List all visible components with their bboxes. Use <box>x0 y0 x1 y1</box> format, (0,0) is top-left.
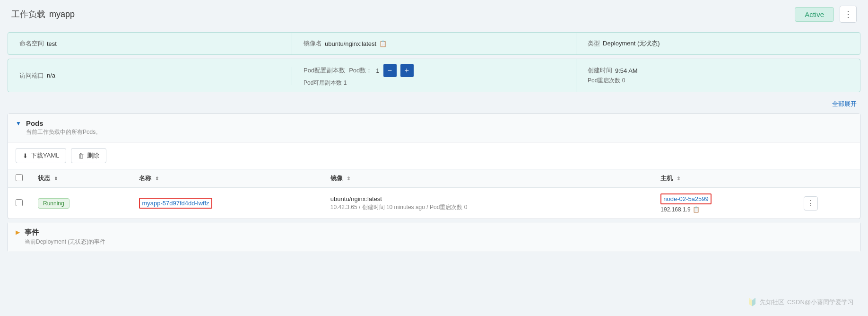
sort-icon: ⇕ <box>155 176 159 181</box>
image-value: ubuntu/nginx:latest <box>325 40 376 47</box>
created-cell: 创建时间 9:54 AM Pod重启次数 0 <box>576 61 860 89</box>
more-button[interactable]: ⋮ <box>840 6 857 23</box>
pods-section-title: Pods <box>26 119 101 127</box>
row-checkbox-cell <box>8 188 30 219</box>
host-cell: node-02-5a2599 192.168.1.9 📋 <box>653 188 796 219</box>
node-ip-value: 192.168.1.9 <box>660 206 690 213</box>
events-section-subtitle: 当前Deployment (无状态)的事件 <box>25 238 105 246</box>
page-header: 工作负载 myapp Active ⋮ <box>0 0 868 28</box>
expand-all-row: 全部展开 <box>0 96 868 110</box>
download-icon: ⬇ <box>23 152 28 159</box>
type-label: 类型 <box>588 39 600 48</box>
watermark-logo: 🔰 <box>747 298 757 307</box>
watermark-site: 先知社区 <box>760 298 784 307</box>
running-badge: Running <box>38 198 69 209</box>
copy-icon[interactable]: 📋 <box>379 40 387 47</box>
restart-value: 0 <box>622 77 625 84</box>
pods-section-header: ▼ Pods 当前工作负载中的所有Pods。 <box>8 114 860 142</box>
events-section-header: ▶ 事件 当前Deployment (无状态)的事件 <box>8 222 860 252</box>
events-expand-icon[interactable]: ▶ <box>16 229 20 236</box>
app-name: myapp <box>49 9 75 19</box>
download-yaml-button[interactable]: ⬇ 下载YAML <box>16 148 66 163</box>
pod-image-sub: 10.42.3.65 / 创建时间 10 minutes ago / Pod重启… <box>330 203 646 211</box>
pods-section: ▼ Pods 当前工作负载中的所有Pods。 ⬇ 下载YAML 🗑 删除 <box>8 113 860 219</box>
status-col-header[interactable]: 状态 ⇕ <box>30 169 131 188</box>
port-cell: 访问端口 n/a <box>8 67 292 85</box>
download-yaml-label: 下载YAML <box>31 151 59 160</box>
watermark: 🔰 先知社区 CSDN@小葵同学爱学习 <box>747 298 854 307</box>
pod-count-value: 1 <box>376 67 379 74</box>
row-checkbox[interactable] <box>16 199 23 206</box>
copy-ip-icon[interactable]: 📋 <box>693 206 700 213</box>
pod-count-label: Pod数： <box>349 66 372 75</box>
namespace-cell: 命名空间 test <box>8 33 292 54</box>
pod-config-label: Pod配置副本数 <box>304 66 345 75</box>
collapse-icon[interactable]: ▼ <box>16 120 21 127</box>
decrease-pod-button[interactable]: − <box>383 64 397 77</box>
image-cell: 镜像名 ubuntu/nginx:latest 📋 <box>292 33 576 54</box>
row-more-button[interactable]: ⋮ <box>804 196 818 211</box>
increase-pod-button[interactable]: + <box>400 64 414 77</box>
sort-icon: ⇕ <box>347 176 350 181</box>
pod-count-cell: Pod配置副本数 Pod数： 1 − + Pod可用副本数 1 <box>292 59 576 92</box>
created-label: 创建时间 <box>588 66 612 75</box>
select-all-checkbox[interactable] <box>16 174 23 181</box>
trash-icon: 🗑 <box>78 152 84 159</box>
expand-all-link[interactable]: 全部展开 <box>832 100 857 108</box>
pods-table: 状态 ⇕ 名称 ⇕ 镜像 ⇕ <box>8 169 860 219</box>
header-right: Active ⋮ <box>795 6 857 23</box>
pods-section-subtitle: 当前工作负载中的所有Pods。 <box>26 128 101 136</box>
pod-available-value: 1 <box>344 79 347 86</box>
name-col-header[interactable]: 名称 ⇕ <box>131 169 322 188</box>
image-label: 镜像名 <box>304 39 322 48</box>
created-value: 9:54 AM <box>615 67 638 74</box>
row-actions-cell: ⋮ <box>796 188 860 219</box>
image-cell: ubuntu/nginx:latest 10.42.3.65 / 创建时间 10… <box>323 188 653 219</box>
header-left: 工作负载 myapp <box>11 9 75 20</box>
info-strip-2: 访问端口 n/a Pod配置副本数 Pod数： 1 − + Pod可用副本数 1… <box>8 59 860 92</box>
events-section-title: 事件 <box>25 228 105 237</box>
watermark-source: CSDN@小葵同学爱学习 <box>787 298 854 307</box>
type-cell: 类型 Deployment (无状态) <box>576 33 860 54</box>
pod-name-link[interactable]: myapp-57d97fd4dd-lwffz <box>139 198 212 209</box>
delete-label: 删除 <box>87 151 99 160</box>
sort-icon: ⇕ <box>677 176 680 181</box>
table-row: Running myapp-57d97fd4dd-lwffz ubuntu/ng… <box>8 188 860 219</box>
namespace-label: 命名空间 <box>19 39 44 48</box>
pod-available-label: Pod可用副本数 <box>304 79 342 86</box>
events-section: ▶ 事件 当前Deployment (无状态)的事件 <box>8 222 860 252</box>
node-link[interactable]: node-02-5a2599 <box>660 193 711 204</box>
info-strip-1: 命名空间 test 镜像名 ubuntu/nginx:latest 📋 类型 D… <box>8 32 860 55</box>
image-col-header[interactable]: 镜像 ⇕ <box>323 169 653 188</box>
workload-label: 工作负载 <box>11 9 45 20</box>
port-value: n/a <box>47 72 55 79</box>
status-badge: Active <box>795 7 834 22</box>
name-cell: myapp-57d97fd4dd-lwffz <box>131 188 322 219</box>
delete-button[interactable]: 🗑 删除 <box>71 148 106 163</box>
type-value: Deployment (无状态) <box>603 39 660 48</box>
actions-col-header <box>796 169 860 188</box>
pod-image-name: ubuntu/nginx:latest <box>330 195 646 202</box>
port-label: 访问端口 <box>19 71 44 80</box>
host-col-header[interactable]: 主机 ⇕ <box>653 169 796 188</box>
pods-toolbar: ⬇ 下载YAML 🗑 删除 <box>8 142 860 169</box>
select-all-col <box>8 169 30 188</box>
sort-icon: ⇕ <box>54 176 58 181</box>
status-cell: Running <box>30 188 131 219</box>
namespace-value: test <box>47 40 57 47</box>
restart-label: Pod重启次数 <box>588 77 620 84</box>
